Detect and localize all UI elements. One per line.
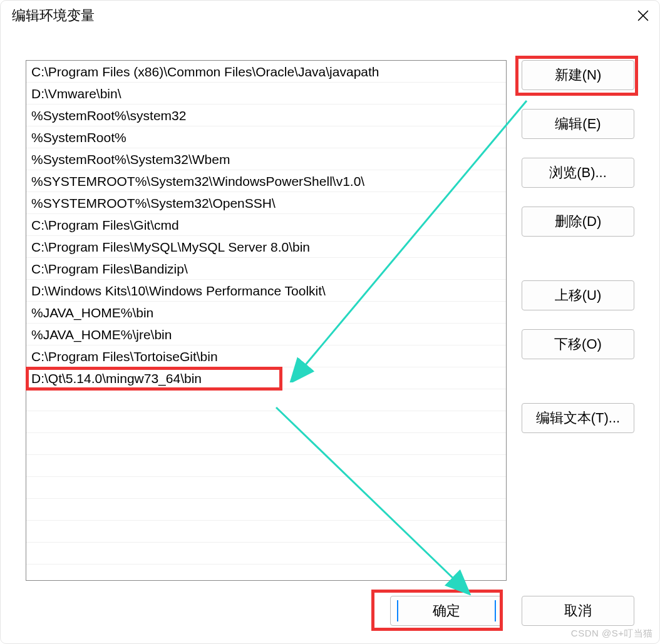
path-entry[interactable]: C:\Program Files\TortoiseGit\bin [26,345,506,367]
browse-button[interactable]: 浏览(B)... [522,158,634,188]
side-buttons: 新建(N) 编辑(E) 浏览(B)... 删除(D) 上移(U) 下移(O) 编… [522,60,634,581]
path-entry[interactable]: D:\Vmware\bin\ [26,83,506,105]
content-area: C:\Program Files (x86)\Common Files\Orac… [26,60,634,581]
path-entry[interactable]: %SystemRoot%\System32\Wbem [26,148,506,170]
movedown-button[interactable]: 下移(O) [522,329,634,359]
path-entry[interactable] [26,455,506,477]
titlebar: 编辑环境变量 [1,1,659,31]
footer-buttons: 确定 取消 [390,596,634,626]
new-button[interactable]: 新建(N) [522,60,634,90]
path-entry[interactable]: %SYSTEMROOT%\System32\WindowsPowerShell\… [26,170,506,192]
path-entry[interactable]: %JAVA_HOME%\jre\bin [26,324,506,345]
path-entry[interactable] [26,389,506,411]
env-var-dialog: 编辑环境变量 C:\Program Files (x86)\Common Fil… [0,0,660,644]
cancel-button[interactable]: 取消 [522,596,634,626]
path-entry[interactable]: C:\Program Files\Git\cmd [26,214,506,236]
watermark: CSDN @S+叮当猫 [571,628,653,640]
path-entry[interactable]: D:\Windows Kits\10\Windows Performance T… [26,280,506,302]
moveup-button[interactable]: 上移(U) [522,280,634,310]
edittext-button[interactable]: 编辑文本(T)... [522,403,634,433]
close-icon [637,10,649,21]
edit-button[interactable]: 编辑(E) [522,109,634,139]
close-button[interactable] [636,8,651,23]
path-entry[interactable]: C:\Program Files\MySQL\MySQL Server 8.0\… [26,236,506,258]
path-entry[interactable]: D:\Qt\5.14.0\mingw73_64\bin [26,367,506,389]
path-entry[interactable]: %SystemRoot%\system32 [26,105,506,126]
path-entry[interactable] [26,477,506,499]
path-entry[interactable]: %JAVA_HOME%\bin [26,302,506,324]
path-entry[interactable] [26,543,506,565]
path-entry[interactable] [26,499,506,521]
path-entry[interactable]: %SystemRoot% [26,126,506,148]
path-listbox[interactable]: C:\Program Files (x86)\Common Files\Orac… [26,60,507,581]
path-entry[interactable]: C:\Program Files (x86)\Common Files\Orac… [26,61,506,83]
path-entry[interactable] [26,521,506,543]
path-entry[interactable]: %SYSTEMROOT%\System32\OpenSSH\ [26,192,506,214]
path-entry[interactable] [26,411,506,433]
window-title: 编辑环境变量 [12,6,95,25]
path-entry[interactable]: C:\Program Files\Bandizip\ [26,258,506,280]
path-entry[interactable] [26,433,506,455]
delete-button[interactable]: 删除(D) [522,207,634,237]
ok-button[interactable]: 确定 [390,596,503,626]
